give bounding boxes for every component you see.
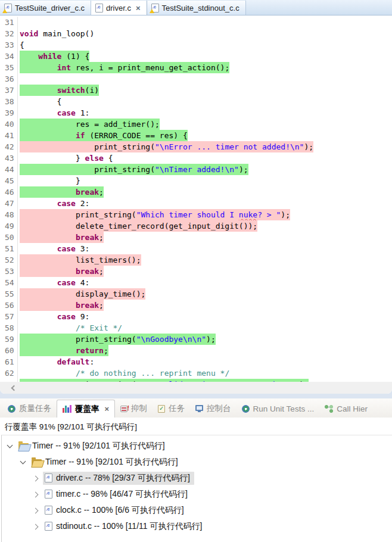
code-line: 41 if (ERROR_CODE == res) { [0,130,392,141]
view-tab[interactable]: Call Hier [319,400,373,418]
code-token: delete_timer_record(get_input_digit()); [20,222,257,230]
editor-tab[interactable]: TestSuite_driver_c.c [0,0,91,15]
chevron-right-icon[interactable] [33,507,40,514]
tree-row-label: Timer -- 91% [92/101 可执行代码行] [45,457,178,468]
tasks-icon [158,405,165,413]
tree-row[interactable]: stdinout.c -- 100% [11/11 可执行代码行] [2,518,392,534]
code-token: list_timers(); [20,256,141,264]
horizontal-scrollbar[interactable] [0,382,392,394]
line-number: 54 [0,277,18,288]
code-token: 1: [76,108,89,117]
line-number: 47 [0,198,18,209]
code-token: ); [300,380,309,382]
code-token [20,278,57,287]
code-line: 42 print_string("\nError ... timer not a… [0,141,392,152]
editor-tab[interactable]: TestSuite_stdinout_c.c [147,0,246,15]
line-number: 49 [0,220,18,232]
chevron-down-icon[interactable] [7,443,14,450]
code-token [20,108,57,117]
code-token: /* Exit */ [76,323,122,332]
tree-row-body[interactable]: stdinout.c -- 100% [11/11 可执行代码行] [43,520,206,533]
tree-row-body[interactable]: Timer -- 91% [92/101 可执行代码行] [30,456,182,469]
chevron-right-icon[interactable] [33,523,40,530]
uncovered-line-text: break; [20,266,104,277]
uncovered-line-text: list_timers(); [20,254,141,266]
code-line: 60 return; [0,345,392,356]
tree-row[interactable]: clock.c -- 100% [6/6 可执行代码行] [2,502,392,518]
covered-line-text: print_string("\nTimer added!\n"); [20,164,248,175]
view-tab[interactable]: 抑制 [115,400,153,418]
line-number: 37 [0,85,18,96]
code-token [20,312,57,321]
line-text: } [20,175,80,186]
code-line: 45 } [0,175,392,186]
code-line: 40 res = add_timer(); [0,119,392,130]
tree-row[interactable]: Timer -- 91% [92/101 可执行代码行] [2,438,392,454]
code-line: 31 [0,17,392,28]
tree-row-label: driver.c -- 78% [29/37 可执行代码行] [56,473,190,484]
code-line: 48 print_string("Which timer should I nu… [0,209,392,220]
code-token: "\nError ... timer not added!\n" [155,142,304,151]
code-token [20,267,76,276]
scroll-left-icon[interactable] [11,385,17,391]
code-token: case [57,108,76,117]
code-token: } [20,154,85,163]
line-number: 43 [0,152,18,164]
c-file-warning-icon [151,4,159,13]
line-number: 55 [0,288,18,300]
code-token: res = add_timer(); [20,120,160,129]
tree-row[interactable]: timer.c -- 98% [46/47 可执行代码行] [2,486,392,502]
view-tab-label: 任务 [169,403,185,414]
c-file-icon [45,474,52,482]
view-tab[interactable]: 控制台 [190,400,237,418]
chevron-right-icon[interactable] [33,475,40,482]
c-file-icon [45,506,52,515]
code-token: break [76,301,99,310]
chevron-right-icon[interactable] [33,491,40,498]
line-number: 36 [0,73,18,85]
tree-row-body[interactable]: driver.c -- 78% [29/37 可执行代码行] [43,472,194,485]
gear-icon [242,405,250,413]
editor-tab[interactable]: driver.c× [91,0,147,15]
view-tab-label: 控制台 [207,403,231,414]
close-icon[interactable]: × [136,4,141,12]
line-text: case 3: [20,243,89,254]
c-file-icon [45,490,52,499]
tree-row[interactable]: driver.c -- 78% [29/37 可执行代码行] [2,470,392,486]
chevron-down-icon[interactable] [20,459,27,466]
view-tab[interactable]: 质量任务 [2,400,57,418]
code-token: /* do nothing ... reprint menu */ [76,369,229,378]
view-tab[interactable]: 覆盖率× [57,400,115,418]
code-token: } [20,176,80,185]
code-token: if [76,131,85,140]
tree-row-body[interactable]: timer.c -- 98% [46/47 可执行代码行] [43,488,192,501]
tree-row-label: stdinout.c -- 100% [11/11 可执行代码行] [56,521,202,532]
code-token: ; [99,188,104,197]
code-line: 57 case 9: [0,311,392,322]
code-token: (ERROR_CODE == res) { [85,131,188,140]
close-icon[interactable]: × [105,405,110,413]
code-token: ); [304,142,313,151]
code-token [20,301,76,310]
code-token [20,369,76,378]
view-tab-label: Run Unit Tests ... [253,404,315,413]
folder-open-blue-icon [18,443,29,450]
code-editor[interactable]: 3132void main_loop()33{34 while (1) {35 … [0,15,392,382]
tree-row[interactable]: Timer -- 91% [92/101 可执行代码行] [2,454,392,470]
window-sash[interactable] [0,394,392,398]
covered-line-text: if (ERROR_CODE == res) { [20,130,188,141]
coverage-chart-icon [63,405,71,413]
coverage-summary: 行覆盖率 91% [92/101 可执行代码行] [0,418,392,435]
tree-row-body[interactable]: Timer -- 91% [92/101 可执行代码行] [17,440,169,453]
code-token [20,357,57,366]
code-line: 50 break; [0,232,392,243]
tree-row-label: Timer -- 91% [92/101 可执行代码行] [32,441,165,451]
code-token: else [85,154,104,163]
line-text: case 9: [20,311,89,322]
view-tab[interactable]: 任务 [153,400,190,418]
code-line: 46 break; [0,186,392,198]
code-token: case [57,244,76,253]
view-tab[interactable]: Run Unit Tests ... [237,400,320,418]
tree-row-body[interactable]: clock.c -- 100% [6/6 可执行代码行] [43,504,188,517]
line-number: 35 [0,62,18,73]
